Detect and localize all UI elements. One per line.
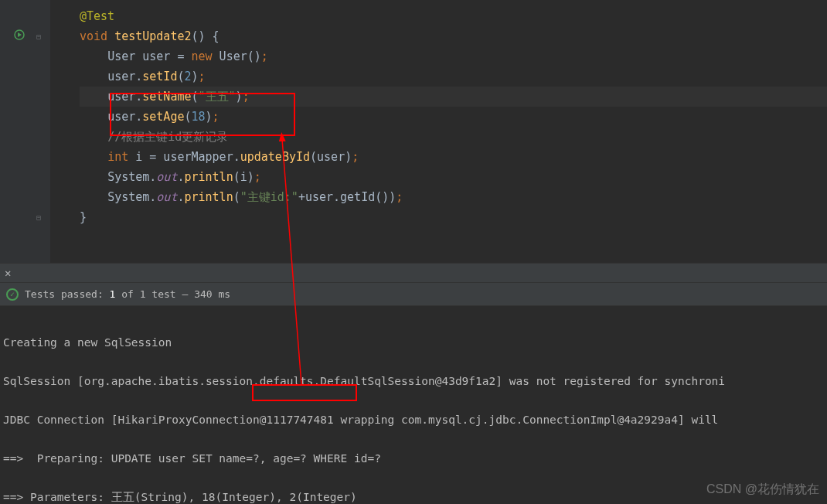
gutter: ⊟ ⊟	[0, 0, 50, 263]
test-status-bar: ✓ Tests passed: 1 of 1 test – 340 ms	[0, 283, 827, 306]
watermark: CSDN @花伤情犹在	[706, 482, 819, 498]
console-output[interactable]: Creating a new SqlSession SqlSession [or…	[0, 306, 827, 504]
check-icon: ✓	[6, 288, 19, 301]
fold-icon[interactable]: ⊟	[36, 32, 44, 40]
fold-icon[interactable]: ⊟	[36, 213, 44, 221]
code-content[interactable]: @Test void testUpdate2() { User user = n…	[50, 0, 827, 263]
method-name: testUpdate2	[114, 29, 191, 43]
close-icon[interactable]: ✕	[5, 267, 11, 279]
status-text: Tests passed: 1 of 1 test – 340 ms	[25, 288, 230, 300]
console-line: JDBC Connection [HikariProxyConnection@1…	[3, 410, 824, 430]
console-line: ==> Parameters: 王五(String), 18(Integer),…	[3, 488, 824, 504]
annotation: @Test	[80, 9, 114, 23]
console-line: SqlSession [org.apache.ibatis.session.de…	[3, 372, 824, 391]
panel-divider[interactable]: ✕	[0, 263, 827, 283]
kw-void: void	[80, 29, 107, 43]
run-test-icon[interactable]	[14, 29, 25, 43]
code-editor[interactable]: ⊟ ⊟ @Test void testUpdate2() { User user…	[0, 0, 827, 263]
comment: //根据主键id更新记录	[107, 130, 228, 144]
console-line: Creating a new SqlSession	[3, 333, 824, 352]
console-line: ==> Preparing: UPDATE user SET name=?, a…	[3, 449, 824, 468]
